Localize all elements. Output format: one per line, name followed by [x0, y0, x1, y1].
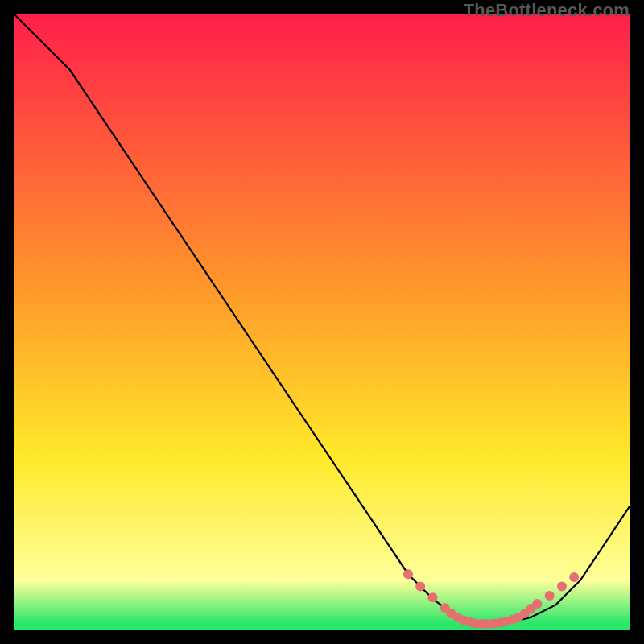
highlight-dot [428, 592, 438, 602]
highlight-dot [415, 582, 425, 592]
highlight-dot [569, 572, 579, 582]
highlight-dots [403, 569, 579, 629]
highlight-dot [532, 599, 542, 609]
chart-stage: TheBottleneck.com [0, 0, 644, 644]
curve-layer [14, 14, 630, 630]
highlight-dot [545, 591, 555, 601]
highlight-dot [557, 582, 567, 592]
highlight-dot [403, 569, 413, 579]
bottleneck-curve [14, 14, 630, 623]
